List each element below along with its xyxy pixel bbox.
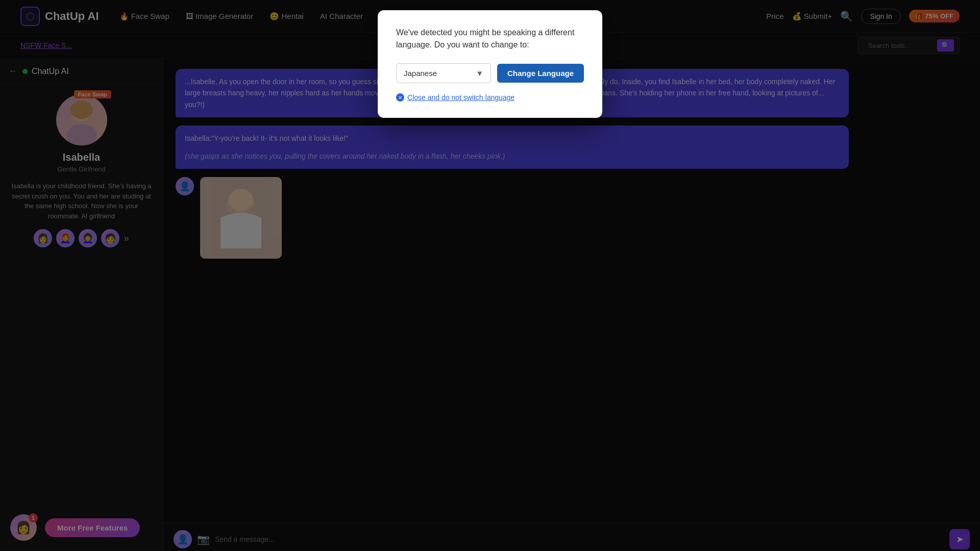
language-modal: We've detected you might be speaking a d… (378, 10, 602, 118)
chevron-down-icon: ▼ (476, 69, 483, 78)
modal-row: Japanese ▼ Change Language (396, 63, 584, 83)
language-select[interactable]: Japanese ▼ (396, 63, 491, 83)
close-lang-icon: ✕ (396, 93, 404, 102)
modal-overlay: We've detected you might be speaking a d… (0, 0, 980, 551)
language-select-value: Japanese (404, 69, 437, 78)
modal-text: We've detected you might be speaking a d… (396, 27, 584, 51)
change-language-button[interactable]: Change Language (497, 64, 584, 83)
close-lang-label: Close and do not switch language (407, 93, 514, 102)
close-language-link[interactable]: ✕ Close and do not switch language (396, 93, 584, 102)
